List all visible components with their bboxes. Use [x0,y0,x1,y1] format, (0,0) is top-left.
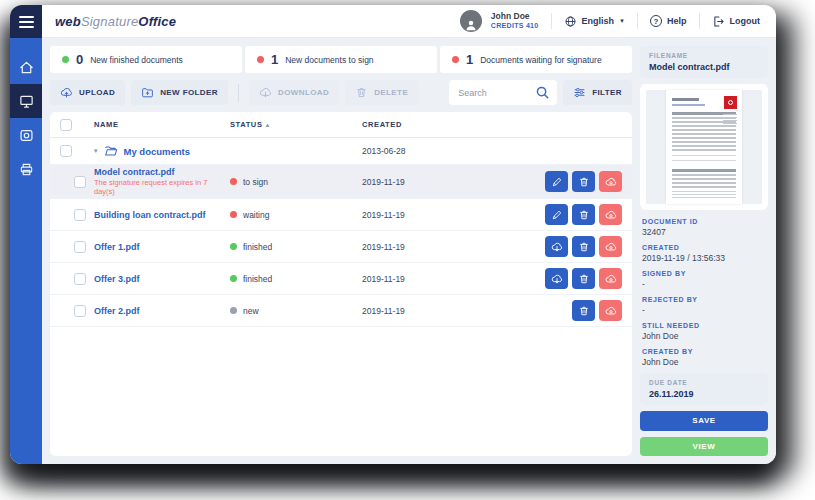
language-selector[interactable]: English ▼ [564,15,625,28]
folder-created: 2013-06-28 [362,146,510,156]
sign-button[interactable] [545,171,568,192]
stat-to-sign: 1 New documents to sign [245,46,437,73]
language-label: English [582,16,615,26]
field-still-needed: STILL NEEDED John Doe [642,322,766,341]
cloud-download-icon [259,86,272,99]
stat-label: Documents waiting for signature [480,55,601,65]
sidebar-header [10,5,42,38]
app-window: webSignatureOffice John Doe CREDITS 410 … [10,5,776,464]
status-text: finished [243,274,272,284]
folder-name-link[interactable]: My documents [124,146,191,157]
delete-row-button[interactable] [572,171,595,192]
user-info[interactable]: John Doe CREDITS 410 [491,12,539,30]
cloud-reject-button[interactable] [599,236,622,257]
new-folder-button[interactable]: NEW FOLDER [131,80,228,105]
row-checkbox[interactable] [74,241,86,253]
row-checkbox[interactable] [74,273,86,285]
table-row[interactable]: Offer 1.pdf finished 2019-11-19 [50,231,632,263]
delete-row-button[interactable] [572,268,595,289]
row-checkbox[interactable] [74,176,86,188]
home-icon [19,60,34,75]
cloud-reject-button[interactable] [599,268,622,289]
delete-row-button[interactable] [572,204,595,225]
status-text: finished [243,242,272,252]
delete-label: DELETE [374,88,408,97]
trash-icon [578,273,590,285]
status-dot [230,178,237,185]
table-row[interactable]: Offer 3.pdf finished 2019-11-19 [50,263,632,295]
table-row[interactable]: Model contract.pdf The signature request… [50,165,632,199]
column-name[interactable]: NAME [94,120,230,129]
select-all-checkbox[interactable] [60,119,72,131]
globe-icon [564,15,577,28]
filename-value: Model contract.pdf [649,62,759,72]
logout-button[interactable]: Logout [712,15,761,28]
delete-row-button[interactable] [572,236,595,257]
details-panel: FILENAME Model contract.pdf [640,46,768,456]
help-label: Help [667,16,687,26]
save-button[interactable]: SAVE [640,411,768,431]
search-input[interactable] [458,88,531,98]
sidebar-item-capture[interactable] [10,118,42,152]
row-checkbox[interactable] [74,209,86,221]
sidebar-item-print[interactable] [10,152,42,186]
document-name-link[interactable]: Offer 1.pdf [94,242,230,252]
cloud-reject-button[interactable] [599,171,622,192]
column-status[interactable]: STATUS▲ [230,120,362,129]
row-checkbox[interactable] [60,145,72,157]
help-button[interactable]: ? Help [650,15,687,27]
sign-button[interactable] [545,204,568,225]
search-icon[interactable] [535,85,550,100]
document-name-link[interactable]: Offer 2.pdf [94,306,230,316]
cloud-reject-button[interactable] [599,204,622,225]
stat-count: 1 [466,52,473,67]
download-button[interactable]: DOWNLOAD [249,80,339,105]
delete-button[interactable]: DELETE [345,80,418,105]
app-logo: webSignatureOffice [55,14,176,29]
trash-icon [578,209,590,221]
filter-button[interactable]: FILTER [563,80,632,105]
view-button[interactable]: VIEW [640,437,768,457]
sidebar-item-home[interactable] [10,50,42,84]
document-name-link[interactable]: Offer 3.pdf [94,274,230,284]
table-row[interactable]: Building loan contract.pdf waiting 2019-… [50,199,632,231]
download-row-button[interactable] [545,268,568,289]
document-logo [724,96,737,109]
user-name: John Doe [491,12,539,22]
user-credits: CREDITS 410 [491,22,539,30]
trash-icon [578,176,590,188]
field-rejected-by: REJECTED BY - [642,296,766,315]
logo-office: Office [138,14,176,29]
cloud-icon [605,241,617,253]
sort-arrow-icon: ▲ [265,122,272,128]
user-avatar[interactable] [460,10,482,32]
left-sidebar [10,38,42,464]
pen-sign-icon [551,176,563,188]
delete-row-button[interactable] [572,300,595,321]
table-row[interactable]: Offer 2.pdf new 2019-11-19 [50,295,632,327]
expand-caret-icon[interactable]: ▾ [94,147,98,155]
due-date-label: DUE DATE [649,379,759,386]
sidebar-item-documents[interactable] [10,84,42,118]
document-name-link[interactable]: Building loan contract.pdf [94,210,230,220]
upload-label: UPLOAD [79,88,115,97]
document-preview-card [640,84,768,210]
created-date: 2019-11-19 [362,210,510,220]
column-created[interactable]: CREATED [362,120,510,129]
status-dot [257,56,264,63]
download-row-button[interactable] [545,236,568,257]
expiry-note: The signature request expires in 7 day(s… [94,178,230,196]
toolbar-divider [238,84,239,102]
menu-toggle-icon[interactable] [19,16,34,28]
document-preview[interactable] [666,90,742,204]
field-document-id: DOCUMENT ID 32407 [642,218,766,237]
cloud-reject-button[interactable] [599,300,622,321]
logo-web: web [55,14,81,29]
status-text: waiting [243,210,269,220]
document-name-link[interactable]: Model contract.pdf [94,167,230,177]
cloud-icon [605,273,617,285]
upload-button[interactable]: UPLOAD [50,80,125,105]
table-row-folder[interactable]: ▾ My documents 2013-06-28 [50,138,632,165]
row-checkbox[interactable] [74,305,86,317]
status-dot [62,56,69,63]
